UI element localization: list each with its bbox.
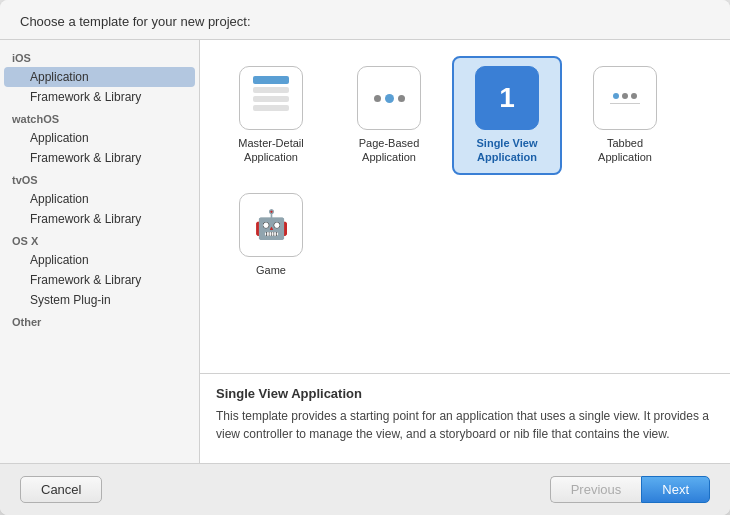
template-icon-page-based: [357, 66, 421, 130]
template-item-game[interactable]: 🤖Game: [216, 183, 326, 287]
dialog-body: iOSApplicationFramework & LibrarywatchOS…: [0, 40, 730, 463]
sidebar-section-other: Other: [0, 310, 199, 331]
templates-grid: Master-Detail Application Page-Based App…: [200, 40, 730, 373]
sidebar-item-osx-plugin[interactable]: System Plug-in: [4, 290, 195, 310]
dialog-header: Choose a template for your new project:: [0, 0, 730, 40]
description-title: Single View Application: [216, 386, 714, 401]
sidebar-item-osx-framework[interactable]: Framework & Library: [4, 270, 195, 290]
description-area: Single View Application This template pr…: [200, 373, 730, 463]
template-label-game: Game: [256, 263, 286, 277]
sidebar-item-tvos-application[interactable]: Application: [4, 189, 195, 209]
template-item-page-based[interactable]: Page-Based Application: [334, 56, 444, 175]
sidebar-item-watchos-application[interactable]: Application: [4, 128, 195, 148]
sidebar-section-watchos: watchOS: [0, 107, 199, 128]
cancel-button[interactable]: Cancel: [20, 476, 102, 503]
template-icon-single-view: 1: [475, 66, 539, 130]
sidebar: iOSApplicationFramework & LibrarywatchOS…: [0, 40, 200, 463]
sidebar-item-tvos-framework[interactable]: Framework & Library: [4, 209, 195, 229]
template-item-master-detail[interactable]: Master-Detail Application: [216, 56, 326, 175]
template-label-single-view: Single View Application: [462, 136, 552, 165]
sidebar-item-ios-application[interactable]: Application: [4, 67, 195, 87]
template-icon-master-detail: [239, 66, 303, 130]
template-item-tabbed[interactable]: Tabbed Application: [570, 56, 680, 175]
next-button[interactable]: Next: [641, 476, 710, 503]
sidebar-section-os-x: OS X: [0, 229, 199, 250]
sidebar-item-ios-framework[interactable]: Framework & Library: [4, 87, 195, 107]
nav-buttons: Previous Next: [550, 476, 710, 503]
sidebar-section-tvos: tvOS: [0, 168, 199, 189]
sidebar-item-watchos-framework[interactable]: Framework & Library: [4, 148, 195, 168]
project-template-dialog: Choose a template for your new project: …: [0, 0, 730, 515]
template-icon-tabbed: [593, 66, 657, 130]
template-label-master-detail: Master-Detail Application: [226, 136, 316, 165]
dialog-footer: Cancel Previous Next: [0, 463, 730, 515]
template-label-page-based: Page-Based Application: [344, 136, 434, 165]
sidebar-section-ios: iOS: [0, 46, 199, 67]
description-text: This template provides a starting point …: [216, 407, 714, 443]
template-label-tabbed: Tabbed Application: [580, 136, 670, 165]
main-content: Master-Detail Application Page-Based App…: [200, 40, 730, 463]
template-item-single-view[interactable]: 1Single View Application: [452, 56, 562, 175]
header-prompt: Choose a template for your new project:: [20, 14, 251, 29]
sidebar-item-osx-application[interactable]: Application: [4, 250, 195, 270]
template-icon-game: 🤖: [239, 193, 303, 257]
previous-button[interactable]: Previous: [550, 476, 642, 503]
